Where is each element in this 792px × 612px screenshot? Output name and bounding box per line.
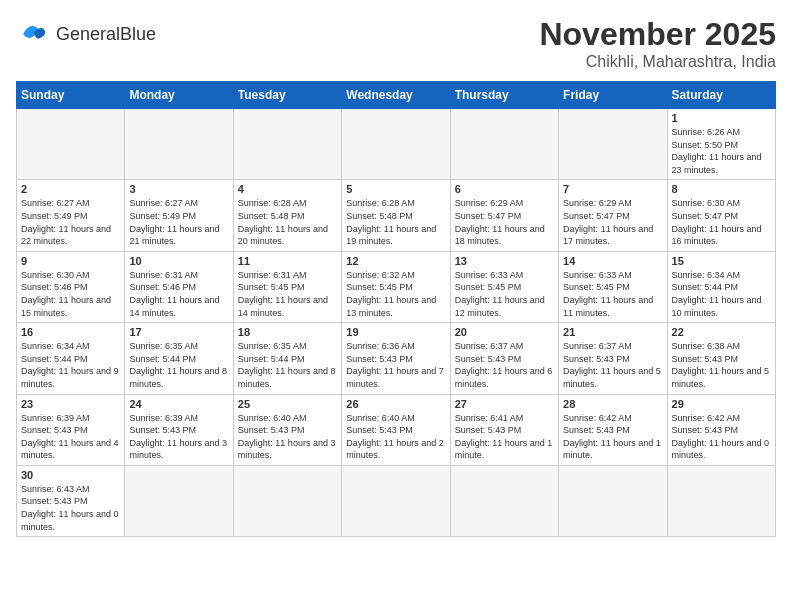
calendar-cell <box>450 109 558 180</box>
day-info: Sunrise: 6:32 AMSunset: 5:45 PMDaylight:… <box>346 269 445 319</box>
weekday-header-row: SundayMondayTuesdayWednesdayThursdayFrid… <box>17 82 776 109</box>
day-info: Sunrise: 6:41 AMSunset: 5:43 PMDaylight:… <box>455 412 554 462</box>
weekday-header-thursday: Thursday <box>450 82 558 109</box>
calendar-cell: 1Sunrise: 6:26 AMSunset: 5:50 PMDaylight… <box>667 109 775 180</box>
logo-icon <box>16 16 52 52</box>
day-number: 30 <box>21 469 120 481</box>
day-number: 4 <box>238 183 337 195</box>
day-number: 29 <box>672 398 771 410</box>
location-title: Chikhli, Maharashtra, India <box>539 53 776 71</box>
calendar-row-2: 2Sunrise: 6:27 AMSunset: 5:49 PMDaylight… <box>17 180 776 251</box>
day-info: Sunrise: 6:42 AMSunset: 5:43 PMDaylight:… <box>672 412 771 462</box>
day-number: 12 <box>346 255 445 267</box>
calendar-cell: 9Sunrise: 6:30 AMSunset: 5:46 PMDaylight… <box>17 251 125 322</box>
day-info: Sunrise: 6:37 AMSunset: 5:43 PMDaylight:… <box>455 340 554 390</box>
weekday-header-monday: Monday <box>125 82 233 109</box>
calendar-cell: 27Sunrise: 6:41 AMSunset: 5:43 PMDayligh… <box>450 394 558 465</box>
day-info: Sunrise: 6:43 AMSunset: 5:43 PMDaylight:… <box>21 483 120 533</box>
day-info: Sunrise: 6:40 AMSunset: 5:43 PMDaylight:… <box>346 412 445 462</box>
calendar-cell: 30Sunrise: 6:43 AMSunset: 5:43 PMDayligh… <box>17 465 125 536</box>
calendar-cell: 7Sunrise: 6:29 AMSunset: 5:47 PMDaylight… <box>559 180 667 251</box>
calendar-cell: 18Sunrise: 6:35 AMSunset: 5:44 PMDayligh… <box>233 323 341 394</box>
title-block: November 2025 Chikhli, Maharashtra, Indi… <box>539 16 776 71</box>
day-number: 5 <box>346 183 445 195</box>
calendar-cell: 22Sunrise: 6:38 AMSunset: 5:43 PMDayligh… <box>667 323 775 394</box>
day-info: Sunrise: 6:39 AMSunset: 5:43 PMDaylight:… <box>129 412 228 462</box>
calendar-cell: 19Sunrise: 6:36 AMSunset: 5:43 PMDayligh… <box>342 323 450 394</box>
calendar-cell: 10Sunrise: 6:31 AMSunset: 5:46 PMDayligh… <box>125 251 233 322</box>
calendar-cell <box>17 109 125 180</box>
day-info: Sunrise: 6:28 AMSunset: 5:48 PMDaylight:… <box>346 197 445 247</box>
day-number: 9 <box>21 255 120 267</box>
day-number: 24 <box>129 398 228 410</box>
calendar-cell <box>450 465 558 536</box>
day-info: Sunrise: 6:42 AMSunset: 5:43 PMDaylight:… <box>563 412 662 462</box>
calendar-row-6: 30Sunrise: 6:43 AMSunset: 5:43 PMDayligh… <box>17 465 776 536</box>
calendar-cell: 20Sunrise: 6:37 AMSunset: 5:43 PMDayligh… <box>450 323 558 394</box>
logo: GeneralBlue <box>16 16 156 52</box>
calendar-cell: 29Sunrise: 6:42 AMSunset: 5:43 PMDayligh… <box>667 394 775 465</box>
calendar-cell <box>342 465 450 536</box>
calendar-cell <box>125 465 233 536</box>
calendar-row-3: 9Sunrise: 6:30 AMSunset: 5:46 PMDaylight… <box>17 251 776 322</box>
calendar-cell <box>667 465 775 536</box>
day-number: 17 <box>129 326 228 338</box>
calendar-cell <box>559 465 667 536</box>
day-info: Sunrise: 6:35 AMSunset: 5:44 PMDaylight:… <box>129 340 228 390</box>
day-info: Sunrise: 6:38 AMSunset: 5:43 PMDaylight:… <box>672 340 771 390</box>
day-number: 19 <box>346 326 445 338</box>
calendar-row-1: 1Sunrise: 6:26 AMSunset: 5:50 PMDaylight… <box>17 109 776 180</box>
logo-general: General <box>56 24 120 44</box>
day-number: 14 <box>563 255 662 267</box>
logo-text: GeneralBlue <box>56 24 156 45</box>
day-info: Sunrise: 6:39 AMSunset: 5:43 PMDaylight:… <box>21 412 120 462</box>
day-info: Sunrise: 6:33 AMSunset: 5:45 PMDaylight:… <box>455 269 554 319</box>
weekday-header-friday: Friday <box>559 82 667 109</box>
day-number: 13 <box>455 255 554 267</box>
day-number: 25 <box>238 398 337 410</box>
calendar-cell: 4Sunrise: 6:28 AMSunset: 5:48 PMDaylight… <box>233 180 341 251</box>
month-title: November 2025 <box>539 16 776 53</box>
calendar-cell: 3Sunrise: 6:27 AMSunset: 5:49 PMDaylight… <box>125 180 233 251</box>
day-number: 27 <box>455 398 554 410</box>
calendar-row-5: 23Sunrise: 6:39 AMSunset: 5:43 PMDayligh… <box>17 394 776 465</box>
day-number: 23 <box>21 398 120 410</box>
calendar-cell <box>233 109 341 180</box>
page-header: GeneralBlue November 2025 Chikhli, Mahar… <box>16 16 776 71</box>
day-number: 16 <box>21 326 120 338</box>
weekday-header-wednesday: Wednesday <box>342 82 450 109</box>
weekday-header-saturday: Saturday <box>667 82 775 109</box>
day-info: Sunrise: 6:28 AMSunset: 5:48 PMDaylight:… <box>238 197 337 247</box>
day-info: Sunrise: 6:30 AMSunset: 5:47 PMDaylight:… <box>672 197 771 247</box>
day-info: Sunrise: 6:34 AMSunset: 5:44 PMDaylight:… <box>672 269 771 319</box>
calendar-cell: 14Sunrise: 6:33 AMSunset: 5:45 PMDayligh… <box>559 251 667 322</box>
calendar-cell: 25Sunrise: 6:40 AMSunset: 5:43 PMDayligh… <box>233 394 341 465</box>
calendar-row-4: 16Sunrise: 6:34 AMSunset: 5:44 PMDayligh… <box>17 323 776 394</box>
calendar-cell <box>559 109 667 180</box>
calendar-cell: 28Sunrise: 6:42 AMSunset: 5:43 PMDayligh… <box>559 394 667 465</box>
day-info: Sunrise: 6:37 AMSunset: 5:43 PMDaylight:… <box>563 340 662 390</box>
day-number: 10 <box>129 255 228 267</box>
day-number: 22 <box>672 326 771 338</box>
day-number: 8 <box>672 183 771 195</box>
day-number: 26 <box>346 398 445 410</box>
day-number: 1 <box>672 112 771 124</box>
day-number: 15 <box>672 255 771 267</box>
calendar-cell <box>342 109 450 180</box>
calendar-cell: 8Sunrise: 6:30 AMSunset: 5:47 PMDaylight… <box>667 180 775 251</box>
day-info: Sunrise: 6:34 AMSunset: 5:44 PMDaylight:… <box>21 340 120 390</box>
day-number: 18 <box>238 326 337 338</box>
calendar-cell: 24Sunrise: 6:39 AMSunset: 5:43 PMDayligh… <box>125 394 233 465</box>
calendar-cell: 13Sunrise: 6:33 AMSunset: 5:45 PMDayligh… <box>450 251 558 322</box>
day-info: Sunrise: 6:30 AMSunset: 5:46 PMDaylight:… <box>21 269 120 319</box>
day-info: Sunrise: 6:40 AMSunset: 5:43 PMDaylight:… <box>238 412 337 462</box>
day-number: 3 <box>129 183 228 195</box>
day-number: 2 <box>21 183 120 195</box>
calendar-cell: 2Sunrise: 6:27 AMSunset: 5:49 PMDaylight… <box>17 180 125 251</box>
calendar-cell: 5Sunrise: 6:28 AMSunset: 5:48 PMDaylight… <box>342 180 450 251</box>
weekday-header-tuesday: Tuesday <box>233 82 341 109</box>
day-info: Sunrise: 6:35 AMSunset: 5:44 PMDaylight:… <box>238 340 337 390</box>
day-info: Sunrise: 6:26 AMSunset: 5:50 PMDaylight:… <box>672 126 771 176</box>
calendar-cell: 12Sunrise: 6:32 AMSunset: 5:45 PMDayligh… <box>342 251 450 322</box>
day-number: 6 <box>455 183 554 195</box>
